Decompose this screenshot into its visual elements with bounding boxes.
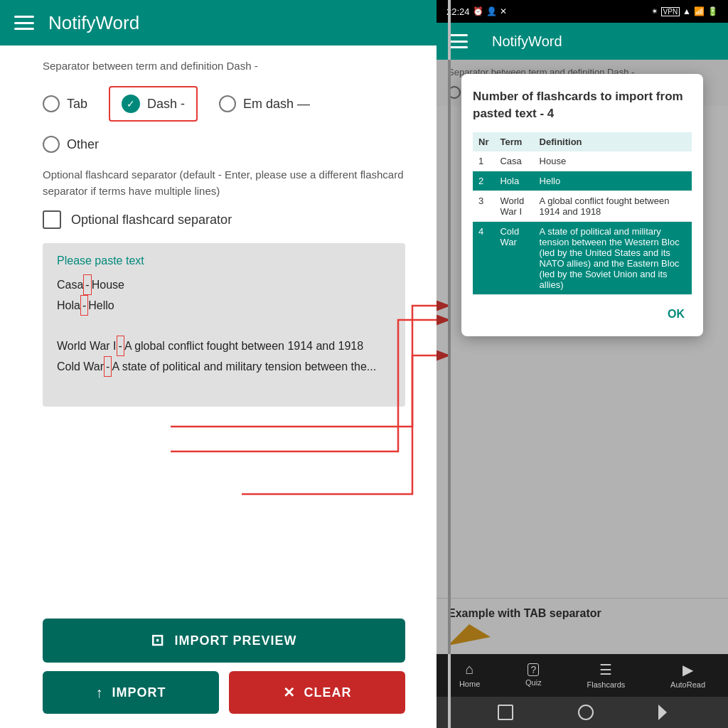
- radio-other-label: Other: [67, 137, 99, 152]
- ok-button[interactable]: OK: [660, 304, 692, 325]
- x-icon: ✕: [500, 6, 507, 16]
- left-panel: NotifyWord Separator between term and de…: [0, 0, 448, 728]
- dash-separator-3: -: [117, 336, 124, 356]
- app-title: NotifyWord: [48, 12, 139, 34]
- dialog-title: Number of flashcards to import from past…: [473, 88, 692, 122]
- status-icons: ✴ VPN ▲ 📶 🔋: [651, 6, 718, 16]
- dialog-ok-area: OK: [473, 304, 692, 325]
- table-row: 3 World War I A global conflict fought b…: [473, 191, 692, 221]
- right-panel: 22:24 ⏰ 👤 ✕ ✴ VPN ▲ 📶 🔋 NotifyWord Separ…: [437, 0, 728, 728]
- radio-emdash-label: Em dash —: [243, 97, 310, 112]
- cell-def-2: Hello: [534, 171, 692, 191]
- phone-content: Separator between term and definition Da…: [437, 60, 728, 654]
- table-row: 4 Cold War A state of political and mili…: [473, 221, 692, 294]
- col-definition: Definition: [534, 132, 692, 151]
- table-row: 2 Hola Hello: [473, 171, 692, 191]
- nav-home[interactable]: ⌂ Home: [459, 661, 480, 688]
- optional-separator-checkbox[interactable]: [43, 210, 61, 229]
- checkbox-label: Optional flashcard separator: [71, 213, 232, 228]
- import-preview-button[interactable]: ⊡ IMPORT PREVIEW: [43, 619, 405, 663]
- radio-group: Tab ✓ Dash - Em dash —: [43, 86, 405, 122]
- nav-autoread[interactable]: ▶ AutoRead: [670, 661, 705, 689]
- phone-bottom-nav: ⌂ Home ? Quiz ☰ Flashcards ▶ AutoRead: [437, 654, 728, 697]
- cell-nr-2: 2: [473, 171, 494, 191]
- import-button[interactable]: ↑ IMPORT: [43, 671, 219, 714]
- home-icon: ⌂: [466, 661, 474, 678]
- separator-label: Separator between term and definition Da…: [43, 60, 405, 72]
- table-row: 1 Casa House: [473, 151, 692, 171]
- app-header: NotifyWord: [0, 0, 448, 46]
- radio-tab-circle: [43, 95, 60, 112]
- dash-separator-1: -: [83, 274, 91, 295]
- person-icon: 👤: [486, 6, 497, 16]
- paste-placeholder: Please paste text: [57, 255, 391, 267]
- autoread-icon: ▶: [682, 661, 693, 678]
- system-nav-bar: [437, 697, 728, 728]
- col-term: Term: [494, 132, 533, 151]
- cell-nr-4: 4: [473, 221, 494, 294]
- radio-dash[interactable]: ✓ Dash -: [109, 86, 198, 122]
- radio-tab-label: Tab: [67, 97, 87, 112]
- optional-flashcard-label: Optional flashcard separator (default - …: [43, 167, 405, 199]
- nav-back-button[interactable]: [658, 705, 667, 720]
- cell-term-1: Casa: [494, 151, 533, 171]
- status-bar: 22:24 ⏰ 👤 ✕ ✴ VPN ▲ 📶 🔋: [437, 0, 728, 23]
- checkbox-row[interactable]: Optional flashcard separator: [43, 210, 405, 229]
- bottom-buttons: ⊡ IMPORT PREVIEW ↑ IMPORT ✕ CLEAR: [0, 609, 448, 728]
- btn-row: ↑ IMPORT ✕ CLEAR: [43, 671, 405, 714]
- quiz-icon: ?: [528, 663, 539, 676]
- battery-icon: 🔋: [707, 6, 718, 16]
- alarm-icon: ⏰: [473, 6, 483, 16]
- close-icon: ✕: [283, 684, 296, 701]
- cell-def-4: A state of political and military tensio…: [534, 221, 692, 294]
- wifi-icon: 📶: [694, 6, 705, 16]
- bluetooth-icon: ✴: [651, 6, 658, 16]
- clear-button[interactable]: ✕ CLEAR: [229, 671, 405, 714]
- radio-emdash[interactable]: Em dash —: [219, 95, 310, 112]
- paste-content: Casa-House Hola-Hello World War I-A glob…: [57, 274, 391, 377]
- hamburger-icon[interactable]: [14, 16, 34, 30]
- dash-separator-2: -: [80, 295, 88, 316]
- paste-area[interactable]: Please paste text Casa-House Hola-Hello …: [43, 243, 405, 407]
- nav-square-button[interactable]: [498, 705, 513, 720]
- radio-dash-label: Dash -: [147, 97, 185, 112]
- dialog-overlay: Number of flashcards to import from past…: [437, 60, 728, 654]
- camera-icon: ⊡: [151, 631, 164, 650]
- radio-dash-check: ✓: [122, 95, 140, 113]
- nav-autoread-label: AutoRead: [670, 680, 705, 689]
- nav-quiz-label: Quiz: [525, 678, 542, 687]
- radio-emdash-circle: [219, 95, 236, 112]
- phone-header: NotifyWord: [437, 23, 728, 60]
- nav-flashcards-label: Flashcards: [587, 680, 626, 689]
- upload-icon: ↑: [96, 685, 104, 701]
- cell-nr-1: 1: [473, 151, 494, 171]
- status-time: 22:24 ⏰ 👤 ✕: [446, 6, 507, 17]
- cell-def-3: A global conflict fought between 1914 an…: [534, 191, 692, 221]
- vpn-badge: VPN: [661, 7, 680, 16]
- phone-app-title: NotifyWord: [492, 33, 562, 50]
- nav-quiz[interactable]: ? Quiz: [525, 663, 542, 687]
- radio-tab[interactable]: Tab: [43, 95, 87, 112]
- cell-term-2: Hola: [494, 171, 533, 191]
- radio-other-circle: [43, 136, 60, 153]
- content-area: Separator between term and definition Da…: [0, 46, 448, 609]
- dash-separator-4: -: [104, 356, 112, 377]
- cell-nr-3: 3: [473, 191, 494, 221]
- cell-def-1: House: [534, 151, 692, 171]
- cell-term-4: Cold War: [494, 221, 533, 294]
- cell-term-3: World War I: [494, 191, 533, 221]
- signal-icon: ▲: [682, 6, 691, 16]
- phone-hamburger-icon[interactable]: [448, 34, 468, 48]
- flashcards-icon: ☰: [599, 661, 612, 678]
- radio-other[interactable]: Other: [43, 136, 405, 153]
- nav-home-button[interactable]: [578, 705, 594, 720]
- col-nr: Nr: [473, 132, 494, 151]
- nav-home-label: Home: [459, 680, 480, 688]
- dialog-box: Number of flashcards to import from past…: [461, 74, 703, 336]
- nav-flashcards[interactable]: ☰ Flashcards: [587, 661, 626, 689]
- dialog-table: Nr Term Definition 1 Casa House 2: [473, 132, 692, 295]
